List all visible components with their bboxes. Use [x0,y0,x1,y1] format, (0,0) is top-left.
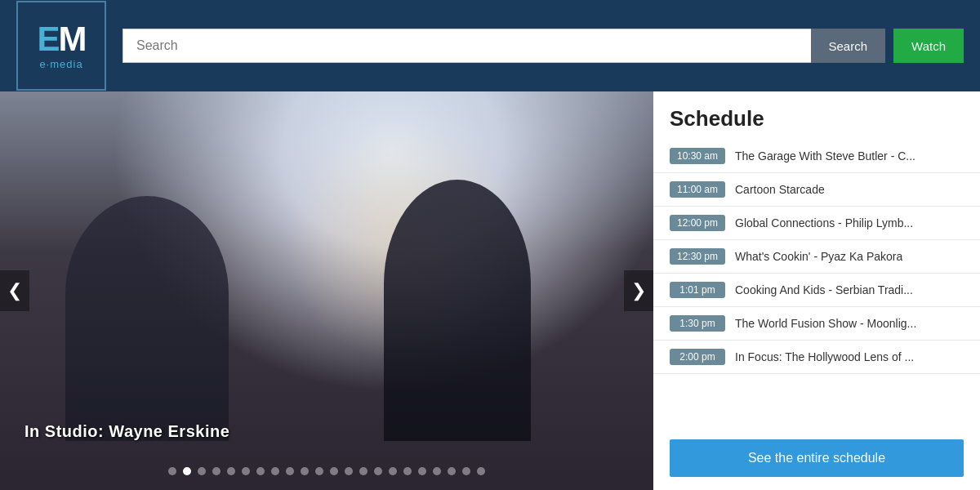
slideshow: In Studio: Wayne Erskine ❮ ❯ [0,91,653,490]
search-input[interactable] [122,29,811,63]
schedule-show-title: Cartoon Starcade [735,183,825,196]
carousel-dot[interactable] [286,467,294,475]
schedule-item[interactable]: 10:30 amThe Garage With Steve Butler - C… [653,140,980,173]
schedule-show-title: Global Connections - Philip Lymb... [735,216,913,229]
schedule-footer: See the entire schedule [653,426,980,490]
schedule-item[interactable]: 12:30 pmWhat's Cookin' - Pyaz Ka Pakora [653,240,980,274]
search-button[interactable]: Search [811,29,886,63]
schedule-time-badge: 1:01 pm [670,282,725,298]
carousel-dot[interactable] [168,467,176,475]
person-right-silhouette [384,180,531,441]
prev-arrow[interactable]: ❮ [0,270,29,311]
main-content: In Studio: Wayne Erskine ❮ ❯ Schedule 10… [0,91,980,490]
carousel-dot[interactable] [212,467,220,475]
schedule-item[interactable]: 2:00 pmIn Focus: The Hollywood Lens of .… [653,341,980,374]
see-schedule-button[interactable]: See the entire schedule [670,439,964,477]
carousel-dot[interactable] [359,467,368,475]
search-area: Search Watch [122,29,964,63]
carousel-dot[interactable] [271,467,279,475]
carousel-dot[interactable] [227,467,235,475]
carousel-dot[interactable] [389,467,397,475]
logo-subtitle: e·media [39,58,82,70]
carousel-dots [168,467,485,475]
schedule-item[interactable]: 1:30 pmThe World Fusion Show - Moonlig..… [653,307,980,341]
schedule-time-badge: 10:30 am [670,148,725,164]
schedule-item[interactable]: 11:00 amCartoon Starcade [653,173,980,207]
schedule-show-title: The Garage With Steve Butler - C... [735,149,915,163]
schedule-time-badge: 12:30 pm [670,248,725,265]
schedule-list: 10:30 amThe Garage With Steve Butler - C… [653,140,980,426]
next-arrow[interactable]: ❯ [624,270,653,311]
carousel-dot[interactable] [315,467,323,475]
carousel-dot[interactable] [183,467,191,475]
schedule-time-badge: 12:00 pm [670,215,725,231]
carousel-dot[interactable] [374,467,382,475]
schedule-time-badge: 2:00 pm [670,349,725,365]
carousel-dot[interactable] [242,467,250,475]
schedule-show-title: What's Cookin' - Pyaz Ka Pakora [735,250,902,263]
schedule-item[interactable]: 12:00 pmGlobal Connections - Philip Lymb… [653,207,980,240]
carousel-dot[interactable] [330,467,338,475]
schedule-item[interactable]: 1:01 pmCooking And Kids - Serbian Tradi.… [653,274,980,307]
carousel-dot[interactable] [448,467,456,475]
schedule-show-title: Cooking And Kids - Serbian Tradi... [735,283,913,296]
slideshow-caption: In Studio: Wayne Erskine [24,422,229,441]
carousel-dot[interactable] [198,467,206,475]
carousel-dot[interactable] [462,467,470,475]
schedule-time-badge: 1:30 pm [670,315,725,332]
carousel-dot[interactable] [433,467,441,475]
carousel-dot[interactable] [477,467,485,475]
logo: EM e·media [16,1,106,91]
schedule-show-title: In Focus: The Hollywood Lens of ... [735,350,914,363]
carousel-dot[interactable] [403,467,412,475]
schedule-time-badge: 11:00 am [670,181,725,198]
schedule-show-title: The World Fusion Show - Moonlig... [735,317,916,330]
carousel-dot[interactable] [256,467,265,475]
carousel-dot[interactable] [418,467,426,475]
schedule-title: Schedule [653,91,980,140]
carousel-dot[interactable] [345,467,353,475]
carousel-dot[interactable] [301,467,309,475]
watch-button[interactable]: Watch [893,29,964,63]
logo-em-text: EM [37,22,85,56]
person-left-silhouette [65,196,229,441]
header: EM e·media Search Watch [0,0,980,91]
schedule-panel: Schedule 10:30 amThe Garage With Steve B… [653,91,980,490]
